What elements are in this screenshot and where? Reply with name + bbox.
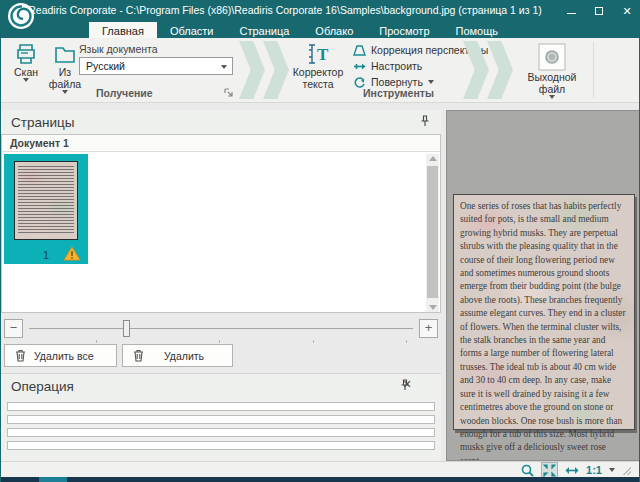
scanned-document-image[interactable]: One series of roses that has habits perf…	[453, 194, 635, 430]
tab-oblako[interactable]: Облако	[302, 22, 366, 38]
pages-panel: Страницы Документ 1 1	[1, 110, 441, 461]
pages-panel-title: Страницы	[11, 115, 74, 130]
language-select[interactable]: Русский	[79, 57, 233, 75]
scan-label: Скан	[14, 66, 38, 78]
progress-bar	[7, 402, 435, 411]
fit-width-icon[interactable]	[565, 466, 579, 475]
taskbar-accent	[39, 477, 67, 482]
adjust-label: Настроить	[371, 60, 422, 72]
scroll-up-icon[interactable]	[429, 156, 437, 161]
document-text: One series of roses that has habits perf…	[460, 200, 628, 461]
chevron-decoration	[263, 41, 289, 99]
text-corrector-button[interactable]: T Корректор текста	[287, 42, 349, 90]
operation-panel-title: Операция	[11, 379, 74, 394]
progress-bar	[7, 415, 435, 424]
pin-icon[interactable]	[419, 115, 431, 127]
zoom-slider-handle[interactable]	[123, 320, 130, 337]
page-thumbnail-image	[14, 161, 78, 240]
tab-prosmotr[interactable]: Просмотр	[366, 22, 442, 38]
document-preview-area[interactable]: One series of roses that has habits perf…	[446, 110, 640, 461]
status-bar: 1:1	[1, 461, 639, 477]
adjust-arrow-icon	[353, 61, 366, 72]
group-tools-label: Инструменты	[363, 87, 434, 99]
chevron-down-icon	[428, 80, 434, 84]
output-file-button[interactable]: Выходной файл	[517, 43, 587, 99]
minimize-button[interactable]	[565, 5, 577, 17]
fit-page-icon	[543, 464, 556, 477]
language-label: Язык документа	[79, 43, 158, 55]
ribbon-tabs: Главная Области Страница Облако Просмотр…	[1, 22, 639, 38]
fit-page-button[interactable]	[541, 462, 558, 479]
maximize-button[interactable]	[593, 5, 605, 17]
window-bottom-border	[1, 477, 639, 482]
trash-icon	[133, 349, 144, 362]
resize-grip[interactable]	[622, 466, 631, 475]
warning-icon	[63, 246, 81, 261]
readiris-logo-icon	[7, 2, 35, 30]
chevron-down-icon	[62, 90, 68, 94]
output-file-icon	[538, 43, 566, 71]
pages-list: Документ 1 1	[1, 134, 441, 313]
document-title: Документ 1	[10, 137, 69, 149]
chevron-down-icon	[549, 95, 555, 99]
close-button[interactable]: ✕	[621, 5, 633, 17]
main-area: Страницы Документ 1 1	[1, 103, 639, 461]
zoom-out-button[interactable]: −	[4, 319, 23, 338]
zoom-level-value[interactable]: 1:1	[586, 464, 602, 476]
operation-progress-bars	[7, 402, 435, 454]
scroll-down-icon[interactable]	[429, 305, 437, 310]
perspective-icon	[353, 45, 366, 56]
dialog-launcher-icon[interactable]	[224, 88, 234, 98]
tab-stranitsa[interactable]: Страница	[226, 22, 302, 38]
thumbnail-zoom-row: − +	[1, 319, 441, 343]
app-window: Readiris Corporate - C:\Program Files (x…	[0, 0, 640, 482]
tab-oblasti[interactable]: Области	[157, 22, 227, 38]
chevron-down-icon	[221, 65, 227, 69]
delete-button[interactable]: Удалить	[122, 344, 233, 367]
chevron-decoration	[487, 41, 513, 99]
text-corrector-label: Корректор текста	[287, 66, 349, 90]
title-bar: Readiris Corporate - C:\Program Files (x…	[1, 0, 639, 22]
trash-icon	[15, 349, 26, 362]
progress-bar	[7, 441, 435, 450]
window-title: Readiris Corporate - C:\Program Files (x…	[1, 4, 569, 16]
zoom-slider-track[interactable]	[29, 328, 413, 329]
zoom-in-button[interactable]: +	[419, 319, 438, 338]
pin-icon[interactable]	[399, 379, 411, 391]
operation-panel-header: Операция ✕	[1, 374, 441, 398]
page-thumbnail-selected[interactable]: 1	[4, 154, 88, 264]
document-group-header[interactable]: Документ 1	[2, 135, 440, 152]
pages-scrollbar[interactable]	[426, 154, 439, 312]
chevron-down-icon	[23, 78, 29, 82]
chevron-decoration	[239, 41, 265, 99]
delete-all-button[interactable]: Удалить все	[4, 344, 117, 367]
chevron-down-icon[interactable]	[609, 468, 615, 472]
tab-pomosch[interactable]: Помощь	[443, 22, 512, 38]
scan-button[interactable]: Скан	[7, 42, 45, 82]
text-corrector-icon: T	[303, 42, 333, 66]
adjust-button[interactable]: Настроить	[353, 60, 422, 72]
pages-panel-header: Страницы	[1, 110, 441, 134]
folder-icon	[53, 42, 77, 66]
progress-bar	[7, 428, 435, 437]
operation-panel: Операция ✕	[1, 373, 441, 461]
language-value: Русский	[86, 60, 125, 72]
ribbon: Скан Из файла Язык документа Русский Пол…	[1, 38, 639, 103]
delete-all-label: Удалить все	[34, 350, 94, 362]
group-acquisition-label: Получение	[96, 87, 153, 99]
magnifier-icon[interactable]	[521, 464, 534, 477]
scrollbar-thumb[interactable]	[427, 166, 438, 298]
tab-glavnaya[interactable]: Главная	[89, 22, 157, 38]
ribbon-separator	[593, 42, 594, 98]
svg-text:T: T	[317, 45, 329, 64]
delete-label: Удалить	[164, 350, 204, 362]
scanner-icon	[14, 42, 38, 66]
delete-buttons-row: Удалить все Удалить	[1, 343, 441, 369]
output-file-label: Выходной файл	[517, 71, 587, 95]
